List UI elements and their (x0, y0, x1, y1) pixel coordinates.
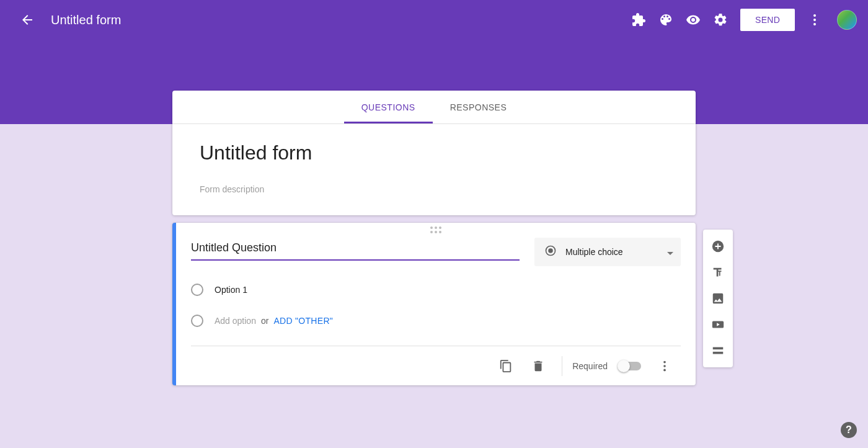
divider (562, 356, 562, 376)
add-section-button[interactable] (703, 338, 733, 364)
preview-button[interactable] (680, 6, 707, 34)
section-icon (711, 344, 725, 357)
form-title-input[interactable]: Untitled form (200, 141, 668, 164)
question-more-button[interactable] (651, 352, 678, 380)
side-toolbar (703, 230, 733, 367)
copy-icon (499, 359, 513, 373)
add-image-button[interactable] (703, 285, 733, 311)
tab-questions[interactable]: QUESTIONS (344, 91, 433, 123)
add-question-button[interactable] (703, 233, 733, 259)
question-type-select[interactable]: Multiple choice (534, 238, 681, 266)
option-row: Option 1 (191, 284, 681, 296)
add-video-button[interactable] (703, 311, 733, 338)
add-circle-icon (711, 240, 725, 253)
palette-icon (658, 12, 673, 27)
gear-icon (713, 12, 728, 27)
video-icon (711, 318, 725, 331)
svg-point-4 (548, 248, 553, 253)
required-toggle[interactable] (619, 362, 641, 370)
puzzle-icon (631, 12, 646, 27)
back-button[interactable] (15, 7, 40, 32)
radio-outline-icon (191, 315, 203, 327)
question-type-label: Multiple choice (565, 247, 658, 257)
trash-icon (531, 359, 545, 373)
account-avatar[interactable] (837, 10, 857, 30)
document-title[interactable]: Untitled form (51, 13, 121, 27)
radio-outline-icon (191, 284, 203, 296)
image-icon (711, 292, 725, 305)
form-header-card: QUESTIONS RESPONSES Untitled form Form d… (172, 91, 696, 215)
add-option-button[interactable]: Add option (215, 316, 256, 326)
add-title-button[interactable] (703, 259, 733, 285)
add-other-button[interactable]: ADD "OTHER" (273, 316, 333, 326)
svg-point-5 (663, 361, 666, 363)
radio-icon (544, 244, 557, 259)
eye-icon (686, 12, 701, 27)
duplicate-button[interactable] (492, 352, 520, 380)
required-label: Required (572, 361, 608, 371)
theme-button[interactable] (652, 6, 680, 34)
svg-point-1 (813, 19, 816, 21)
form-description-input[interactable]: Form description (200, 184, 668, 194)
tab-responses[interactable]: RESPONSES (433, 91, 525, 123)
svg-rect-10 (713, 352, 724, 354)
svg-rect-9 (713, 347, 724, 350)
send-button[interactable]: SEND (740, 9, 795, 31)
app-header: Untitled form SEND (0, 0, 868, 40)
svg-point-0 (813, 14, 816, 17)
arrow-left-icon (20, 12, 35, 27)
form-container: QUESTIONS RESPONSES Untitled form Form d… (172, 91, 696, 393)
option-1-input[interactable]: Option 1 (215, 285, 247, 295)
text-icon (711, 266, 725, 279)
question-card[interactable]: Multiple choice Option 1 Add option or A… (172, 223, 696, 385)
delete-button[interactable] (525, 352, 552, 380)
settings-button[interactable] (707, 6, 734, 34)
help-button[interactable]: ? (841, 422, 857, 438)
caret-down-icon (667, 246, 673, 258)
question-title-input[interactable] (191, 238, 520, 261)
drag-handle-icon[interactable] (430, 226, 441, 233)
svg-point-7 (663, 369, 666, 371)
help-icon: ? (846, 424, 852, 436)
or-text: or (261, 316, 268, 326)
tabs: QUESTIONS RESPONSES (172, 91, 696, 124)
add-option-row: Add option or ADD "OTHER" (191, 315, 681, 327)
more-menu-button[interactable] (801, 6, 828, 34)
svg-point-6 (663, 365, 666, 367)
more-vert-icon (807, 12, 822, 27)
more-vert-icon (658, 359, 671, 373)
addons-button[interactable] (625, 6, 652, 34)
question-footer: Required (191, 346, 681, 385)
svg-point-2 (813, 23, 816, 25)
